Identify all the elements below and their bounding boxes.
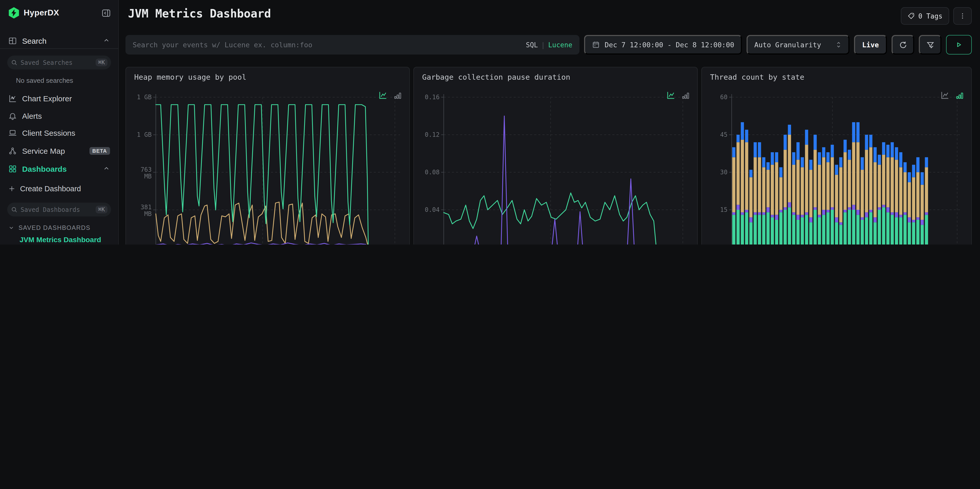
line-chart-icon[interactable] <box>940 91 949 100</box>
bar-chart-icon[interactable] <box>681 91 690 100</box>
svg-text:0.08: 0.08 <box>425 169 440 176</box>
saved-dashboards-section-header[interactable]: SAVED DASHBOARDS <box>0 223 118 233</box>
query-language-toggle[interactable]: SQL|Lucene <box>526 41 573 49</box>
page-title: JVM Metrics Dashboard <box>126 7 271 20</box>
layout-icon <box>8 36 17 45</box>
svg-text:763: 763 <box>141 166 152 173</box>
granularity-label: Auto Granularity <box>754 41 821 49</box>
chevron-up-icon[interactable] <box>103 37 110 44</box>
plus-icon <box>8 185 16 192</box>
search-icon <box>11 206 18 213</box>
bar-chart-icon[interactable] <box>393 91 402 100</box>
svg-text:45: 45 <box>720 131 727 138</box>
nav-label: Client Sessions <box>22 128 75 137</box>
tags-button[interactable]: 0 Tags <box>901 7 949 25</box>
refresh-icon <box>899 40 907 49</box>
sidebar-item-jvm-metrics-dashboard[interactable]: JVM Metrics Dashboard <box>0 234 118 244</box>
date-range-picker[interactable]: Dec 7 12:00:00 - Dec 8 12:00:00 <box>584 35 742 54</box>
svg-text:30: 30 <box>720 169 727 176</box>
svg-text:0: 0 <box>436 244 440 244</box>
sidebar-item-alerts[interactable]: Alerts <box>0 108 118 123</box>
toggle-separator: | <box>541 41 545 49</box>
saved-dashboards-input[interactable]: ⌘K <box>7 202 111 217</box>
dashboard-grid: Heap memory usage by pool 1 GB1 GB763MB3… <box>126 67 972 244</box>
create-dashboard-label: Create Dashboard <box>20 185 81 193</box>
nav-label: Chart Explorer <box>22 94 72 103</box>
svg-text:15: 15 <box>720 206 727 213</box>
dots-vertical-icon <box>959 12 966 19</box>
chart-canvas: 1 GB1 GB763MB381MB0 BDec 7 12:00:00 PM10… <box>133 90 404 244</box>
section-label: SAVED DASHBOARDS <box>19 224 91 231</box>
brand-name: HyperDX <box>24 8 59 18</box>
tag-icon <box>907 12 915 19</box>
saved-searches-field[interactable] <box>21 59 92 66</box>
sidebar: HyperDX Search ⌘K No saved searches <box>0 0 119 244</box>
saved-searches-input[interactable]: ⌘K <box>7 56 111 69</box>
sidebar-item-dashboards[interactable]: Dashboards <box>0 161 118 176</box>
lucene-toggle[interactable]: Lucene <box>548 41 572 49</box>
panel-title: Heap memory usage by pool <box>134 73 247 81</box>
nav-label: Dashboards <box>22 164 67 173</box>
svg-text:0.04: 0.04 <box>425 206 440 213</box>
svg-text:1 GB: 1 GB <box>137 94 152 101</box>
sidebar-item-search[interactable]: Search <box>0 33 118 48</box>
date-range-label: Dec 7 12:00:00 - Dec 8 12:00:00 <box>605 41 734 49</box>
chevron-up-icon[interactable] <box>103 165 110 172</box>
chart-canvas: 604530150Dec 7 12:00:00 PM10:30:00 PM11:… <box>709 90 966 244</box>
no-saved-searches-text: No saved searches <box>16 76 73 84</box>
event-search-box[interactable]: SQL|Lucene <box>126 35 579 54</box>
sql-toggle[interactable]: SQL <box>526 41 538 49</box>
create-dashboard-button[interactable]: Create Dashboard <box>0 181 118 196</box>
filter-button[interactable] <box>919 35 942 54</box>
sidebar-item-client-sessions[interactable]: Client Sessions <box>0 125 118 140</box>
search-icon <box>11 59 18 66</box>
main-content: JVM Metrics Dashboard 0 Tags SQL|Lu <box>119 0 980 244</box>
nav-label: Service Map <box>22 146 65 155</box>
svg-text:0.16: 0.16 <box>425 94 440 101</box>
panel-thread-count: Thread count by state 604530150Dec 7 12:… <box>701 67 972 244</box>
line-chart-icon[interactable] <box>379 91 387 100</box>
panel-heap-memory: Heap memory usage by pool 1 GB1 GB763MB3… <box>126 67 410 244</box>
brand[interactable]: HyperDX <box>8 7 59 19</box>
bell-icon <box>8 111 17 120</box>
refresh-button[interactable] <box>892 35 914 54</box>
bar-chart-icon[interactable] <box>955 91 964 100</box>
sidebar-item-chart-explorer[interactable]: Chart Explorer <box>0 91 118 106</box>
hyperdx-logo-icon <box>8 7 19 19</box>
svg-text:MB: MB <box>144 173 152 180</box>
chart-explorer-icon <box>8 94 17 103</box>
line-chart-icon[interactable] <box>667 91 675 100</box>
svg-text:1 GB: 1 GB <box>137 131 152 138</box>
panel-title: Garbage collection pause duration <box>422 73 570 81</box>
play-icon <box>955 41 963 49</box>
dashboard-link-label: JVM Metrics Dashboard <box>19 236 101 244</box>
chevron-down-icon <box>8 225 14 231</box>
panel-gc-pause: Garbage collection pause duration 0.160.… <box>414 67 698 244</box>
sidebar-item-service-map[interactable]: Service Map BETA <box>0 143 118 158</box>
live-button[interactable]: Live <box>854 35 887 54</box>
sidebar-search-label: Search <box>22 36 46 45</box>
filter-off-icon <box>926 40 934 49</box>
more-menu-button[interactable] <box>953 7 972 25</box>
divider <box>0 48 118 49</box>
shortcut-badge: ⌘K <box>95 59 108 66</box>
panel-title: Thread count by state <box>710 73 804 81</box>
select-chevrons-icon <box>835 41 842 48</box>
run-query-button[interactable] <box>946 35 972 54</box>
calendar-icon <box>592 41 600 49</box>
event-search-input[interactable] <box>133 41 521 49</box>
service-map-icon <box>8 146 17 155</box>
shortcut-badge: ⌘K <box>95 205 108 213</box>
svg-text:0 B: 0 B <box>141 244 152 244</box>
laptop-icon <box>8 128 17 137</box>
saved-dashboards-field[interactable] <box>21 206 92 213</box>
svg-text:0.12: 0.12 <box>425 131 440 138</box>
svg-text:0: 0 <box>724 244 727 244</box>
collapse-sidebar-icon[interactable] <box>101 8 111 18</box>
beta-badge: BETA <box>89 147 110 155</box>
nav-label: Alerts <box>22 111 42 120</box>
tags-label: 0 Tags <box>918 12 942 20</box>
svg-text:60: 60 <box>720 94 727 101</box>
chart-canvas: 0.160.120.080.040Dec 7 12:00:00 PM10:30:… <box>421 90 692 244</box>
granularity-select[interactable]: Auto Granularity <box>746 35 850 54</box>
